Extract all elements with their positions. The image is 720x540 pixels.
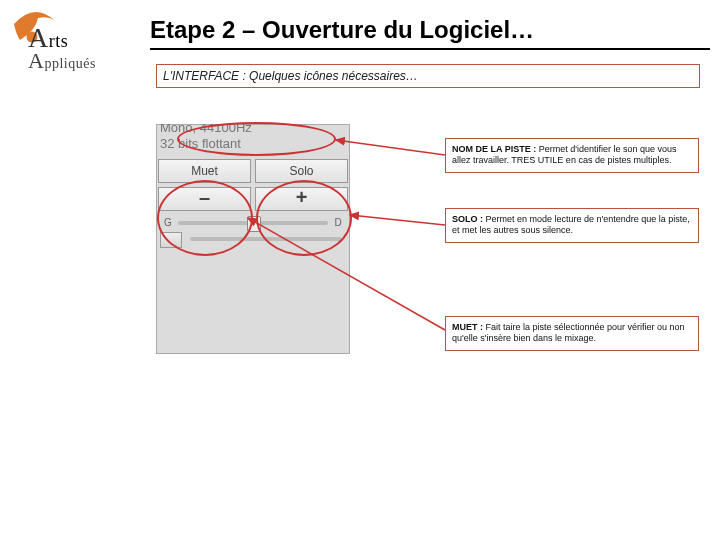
- logo-line2: ppliqués: [44, 56, 95, 71]
- logo-line1: rts: [49, 31, 69, 51]
- track-meta-1: Mono, 44100Hz: [156, 124, 350, 136]
- mini-slider[interactable]: [190, 237, 342, 241]
- collapse-icon[interactable]: [160, 232, 182, 248]
- subtitle: L'INTERFACE : Quelques icônes nécessaire…: [156, 64, 700, 88]
- annotation-solo: SOLO : Permet en mode lecture de n'enten…: [445, 208, 699, 243]
- solo-button[interactable]: Solo: [255, 159, 348, 183]
- header: Etape 2 – Ouverture du Logiciel…: [150, 16, 710, 50]
- annotation-muet: MUET : Fait taire la piste sélectionnée …: [445, 316, 699, 351]
- mute-button[interactable]: Muet: [158, 159, 251, 183]
- track-panel: Alien Con Mono, 44100Hz 32 bits flottant…: [156, 124, 350, 354]
- gain-up-button[interactable]: +: [255, 187, 348, 211]
- svg-line-1: [336, 140, 445, 155]
- svg-line-2: [350, 215, 445, 225]
- track-meta-2: 32 bits flottant: [156, 136, 350, 152]
- pan-slider[interactable]: G D: [156, 213, 350, 228]
- page-title: Etape 2 – Ouverture du Logiciel…: [150, 16, 710, 44]
- annotation-nom: NOM DE LA PISTE : Permet d'identifier le…: [445, 138, 699, 173]
- gain-down-button[interactable]: –: [158, 187, 251, 211]
